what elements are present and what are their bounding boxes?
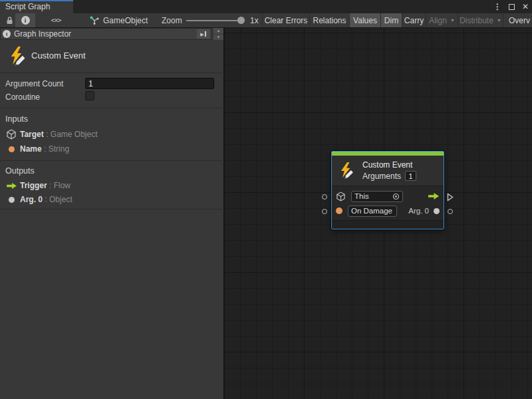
scroll-down-button[interactable]: ▼ (213, 35, 223, 41)
zoom-value: 1x (250, 13, 259, 27)
inspector-title: Graph Inspector (14, 29, 197, 39)
graph-toolbar: i <×> GameObject Zoom 1x Clear Errors Re… (0, 13, 532, 28)
dim-toggle-button[interactable]: Dim (380, 13, 402, 27)
close-icon[interactable]: ✕ (522, 3, 529, 11)
event-name-field[interactable]: On Damage (348, 205, 397, 217)
align-dropdown-button[interactable]: Align ▼ (426, 13, 458, 27)
argument-count-label: Argument Count (5, 79, 63, 88)
node-row-target: This (336, 189, 440, 203)
inspector-scroll-buttons: ▲ ▼ (213, 28, 223, 40)
trigger-flow-arrow-icon (428, 192, 440, 200)
unit-settings-section: Argument Count Coroutine (0, 73, 224, 108)
window-controls: ⋮ ✕ (493, 0, 529, 13)
tab-bar: Script Graph ⋮ ✕ (0, 0, 532, 13)
custom-event-node[interactable]: Custom Event Arguments 1 This (331, 151, 444, 229)
node-header[interactable]: Custom Event Arguments 1 (332, 156, 444, 186)
node-title: Custom Event (362, 160, 416, 170)
input-port-name: Name : String (0, 143, 224, 155)
tab-label: Script Graph (5, 2, 50, 11)
relations-button[interactable]: Relations (309, 13, 349, 27)
custom-event-icon (7, 46, 27, 67)
window-menu-icon[interactable]: ⋮ (493, 3, 501, 11)
chevron-down-icon: ▼ (450, 18, 455, 23)
carry-toggle-button[interactable]: Carry (402, 13, 426, 27)
output-port-trigger: Trigger : Flow (0, 180, 224, 192)
gameobject-reference[interactable]: GameObject (88, 13, 149, 27)
input-port-name-connector[interactable] (322, 209, 327, 214)
code-preview-button[interactable]: <×> (47, 13, 65, 27)
lock-icon (5, 16, 14, 25)
arg0-port-icon (434, 208, 440, 214)
coroutine-checkbox[interactable] (85, 91, 94, 100)
zoom-label: Zoom (162, 13, 182, 27)
scroll-up-button[interactable]: ▲ (213, 28, 223, 34)
game-object-cube-icon (6, 129, 17, 140)
trigger-output-connector[interactable] (447, 193, 454, 201)
object-picker-icon[interactable] (392, 193, 400, 200)
lock-button[interactable] (3, 13, 15, 27)
arg0-output-connector[interactable] (448, 209, 453, 214)
inspector-toggle-button[interactable]: i (15, 13, 35, 27)
info-icon: i (21, 16, 30, 25)
dock-panel-button[interactable]: ▶ (197, 29, 209, 39)
inputs-title: Inputs (5, 114, 28, 124)
inputs-section: Inputs Target : Game Object Name : Strin… (0, 108, 224, 161)
info-icon: i (3, 30, 11, 38)
chevron-down-icon: ▼ (497, 18, 501, 23)
inspector-header: i Graph Inspector ▶ (0, 28, 212, 40)
string-port-icon (9, 146, 15, 152)
tab-script-graph[interactable]: Script Graph (0, 0, 73, 13)
input-port-target: Target : Game Object (0, 128, 224, 140)
game-object-cube-icon (336, 192, 346, 201)
outputs-title: Outputs (5, 166, 35, 176)
flow-arrow-icon (6, 182, 17, 190)
output-port-arg0: Arg. 0 : Object (0, 194, 224, 205)
gameobject-icon (90, 15, 99, 25)
string-port-icon (336, 207, 342, 214)
overview-button[interactable]: Overv (503, 13, 532, 27)
arg0-label: Arg. 0 (408, 207, 429, 215)
code-icon: <×> (51, 17, 61, 24)
arguments-label: Arguments (362, 172, 401, 181)
zoom-slider-handle[interactable] (237, 17, 245, 24)
custom-event-icon (338, 162, 355, 180)
unit-title: Custom Event (31, 51, 86, 61)
values-toggle-button[interactable]: Values (349, 13, 380, 27)
outputs-section: Outputs Trigger : Flow Arg. 0 : Object (0, 161, 224, 209)
distribute-dropdown-button[interactable]: Distribute ▼ (458, 13, 503, 27)
node-footer (332, 220, 444, 229)
node-body: This On Damage (332, 186, 444, 220)
graph-inspector-panel: i Graph Inspector ▶ ▲ ▼ Custom Event Arg… (0, 28, 224, 399)
input-port-target-connector[interactable] (322, 194, 327, 200)
maximize-icon[interactable] (509, 4, 515, 10)
object-port-icon (9, 197, 15, 203)
target-field[interactable]: This (351, 191, 403, 202)
gameobject-label: GameObject (103, 16, 148, 25)
clear-errors-button[interactable]: Clear Errors (262, 13, 309, 27)
unit-header-section: Custom Event (0, 40, 224, 73)
coroutine-label: Coroutine (5, 92, 40, 102)
script-graph-window: Script Graph ⋮ ✕ i <×> (0, 0, 532, 399)
zoom-slider-track[interactable] (186, 20, 243, 21)
argument-count-input[interactable] (85, 78, 214, 89)
node-row-name: On Damage Arg. 0 (336, 203, 440, 218)
arguments-value-box[interactable]: 1 (405, 171, 416, 181)
graph-canvas[interactable]: Custom Event Arguments 1 This (224, 28, 532, 399)
dock-icon: ▶ (200, 32, 203, 37)
